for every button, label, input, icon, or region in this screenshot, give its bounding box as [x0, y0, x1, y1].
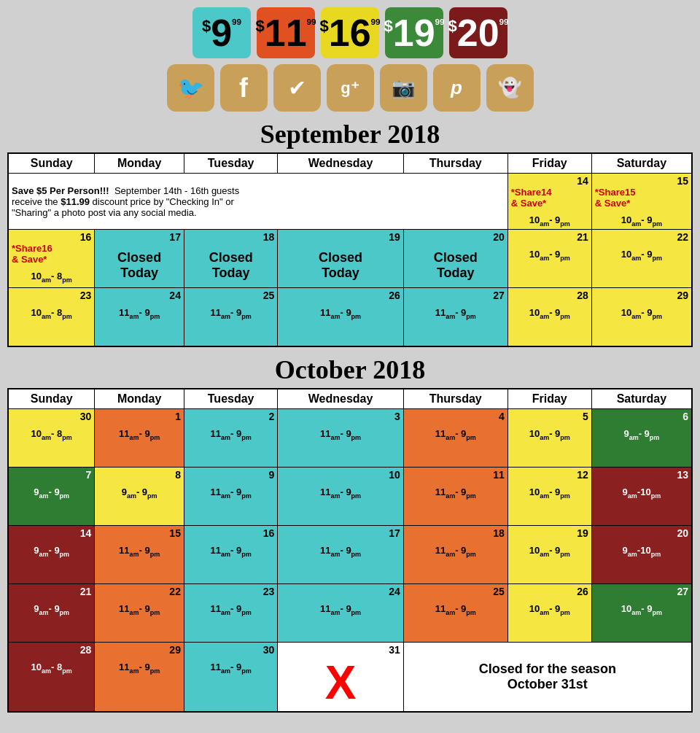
oct-col-thursday: Thursday: [403, 389, 508, 409]
table-row: 7 9am- 9pm 8 9am- 9pm 9 11am- 9pm 10 11a…: [8, 467, 692, 525]
googleplus-icon[interactable]: g⁺: [327, 64, 374, 112]
sep-27-cell: 27 11am- 9pm: [403, 288, 508, 346]
oct-7-cell: 7 9am- 9pm: [8, 467, 95, 525]
september-calendar: September 2018 Sunday Monday Tuesday Wed…: [7, 119, 693, 347]
oct-14-hours: 9am- 9pm: [12, 545, 91, 558]
oct-19-hours: 10am- 9pm: [511, 545, 588, 558]
oct-17-cell: 17 11am- 9pm: [278, 525, 403, 583]
promo-text: Save $5 Per Person!!! September 14th - 1…: [12, 185, 505, 218]
share-save-14: *Share14& Save*: [511, 187, 588, 209]
sep-17-closed: ClosedToday: [98, 250, 181, 281]
share-save-16: *Share16& Save*: [12, 243, 91, 265]
oct-27-cell: 27 10am- 9pm: [591, 583, 692, 642]
table-row: 16 *Share16& Save* 10am- 8pm 17 ClosedTo…: [8, 230, 692, 288]
price-badge-16: $ 16 99: [321, 7, 379, 58]
sep-16-hours: 10am- 8pm: [12, 271, 91, 284]
snapchat-icon[interactable]: 👻: [486, 64, 534, 112]
oct-31-cell: 31 X: [278, 642, 403, 712]
sep-24-cell: 24 11am- 9pm: [95, 288, 184, 346]
oct-16-hours: 11am- 9pm: [187, 545, 274, 558]
oct-8-hours: 9am- 9pm: [98, 486, 181, 500]
october-table: Sunday Monday Tuesday Wednesday Thursday…: [7, 388, 693, 713]
price-badge-9: $ 9 99: [192, 7, 251, 58]
checkin-icon[interactable]: ✔: [273, 64, 321, 112]
october-calendar: October 2018 Sunday Monday Tuesday Wedne…: [7, 354, 693, 713]
sep-18-closed: ClosedToday: [187, 250, 274, 281]
col-thursday: Thursday: [403, 153, 508, 174]
oct-28-hours: 10am- 8pm: [12, 662, 91, 675]
oct-5-cell: 5 10am- 9pm: [508, 408, 591, 467]
sep-19-cell: 19 ClosedToday: [278, 230, 403, 288]
oct-7-hours: 9am- 9pm: [12, 486, 91, 500]
sep-19-closed: ClosedToday: [281, 250, 400, 281]
oct-20-hours: 9am-10pm: [595, 545, 688, 558]
oct-23-hours: 11am- 9pm: [187, 603, 274, 616]
oct-16-cell: 16 11am- 9pm: [184, 525, 277, 583]
price-row: $ 9 99 $ 11 99 $ 16 99 $ 19 99 $ 20 99: [192, 7, 508, 58]
oct-25-hours: 11am- 9pm: [407, 603, 505, 616]
oct-30b-hours: 11am- 9pm: [187, 662, 274, 675]
promo-cell: Save $5 Per Person!!! September 14th - 1…: [8, 174, 508, 230]
sep-26-cell: 26 11am- 9pm: [278, 288, 403, 346]
sep-23-hours: 10am- 8pm: [12, 307, 91, 320]
table-row: Save $5 Per Person!!! September 14th - 1…: [8, 174, 692, 230]
oct-4-hours: 11am- 9pm: [407, 428, 505, 441]
oct-col-sunday: Sunday: [8, 389, 95, 409]
sep-15-hours: 10am- 9pm: [595, 214, 688, 228]
twitter-icon[interactable]: 🐦: [167, 64, 214, 112]
pinterest-icon[interactable]: p: [433, 64, 481, 112]
oct-29-cell: 29 11am- 9pm: [95, 642, 184, 712]
social-row: 🐦 f ✔ g⁺ 📷 p 👻: [167, 64, 534, 112]
sep-17-cell: 17 ClosedToday: [95, 230, 184, 288]
oct-15-cell: 15 11am- 9pm: [95, 525, 184, 583]
oct-27-hours: 10am- 9pm: [595, 603, 688, 616]
sep-23-cell: 23 10am- 8pm: [8, 288, 95, 346]
september-table: Sunday Monday Tuesday Wednesday Thursday…: [7, 152, 693, 347]
sep-15-cell: 15 *Share15& Save* 10am- 9pm: [591, 174, 692, 230]
sep-14-hours: 10am- 9pm: [511, 214, 588, 228]
sep-22-cell: 22 10am- 9pm: [591, 230, 692, 288]
oct-4-cell: 4 11am- 9pm: [403, 408, 508, 467]
oct-30-cell: 30 10am- 8pm: [8, 408, 95, 467]
oct-10-hours: 11am- 9pm: [281, 486, 400, 500]
oct-26-cell: 26 10am- 9pm: [508, 583, 591, 642]
sep-24-hours: 11am- 9pm: [98, 307, 181, 320]
oct-17-hours: 11am- 9pm: [281, 545, 400, 558]
oct-col-saturday: Saturday: [591, 389, 692, 409]
oct-1-cell: 1 11am- 9pm: [95, 408, 184, 467]
oct-24-cell: 24 11am- 9pm: [278, 583, 403, 642]
oct-22-cell: 22 11am- 9pm: [95, 583, 184, 642]
sep-21-cell: 21 10am- 9pm: [508, 230, 591, 288]
facebook-icon[interactable]: f: [220, 64, 268, 112]
col-sunday: Sunday: [8, 153, 95, 174]
instagram-icon[interactable]: 📷: [380, 64, 427, 112]
oct-30-cell: 30 11am- 9pm: [184, 642, 277, 712]
oct-10-cell: 10 11am- 9pm: [278, 467, 403, 525]
sep-18-cell: 18 ClosedToday: [184, 230, 277, 288]
oct-18-cell: 18 11am- 9pm: [403, 525, 508, 583]
sep-25-cell: 25 11am- 9pm: [184, 288, 277, 346]
table-row: 30 10am- 8pm 1 11am- 9pm 2 11am- 9pm 3 1…: [8, 408, 692, 467]
table-row: 14 9am- 9pm 15 11am- 9pm 16 11am- 9pm 17…: [8, 525, 692, 583]
closed-season-cell: Closed for the season October 31st: [403, 642, 692, 712]
oct-15-hours: 11am- 9pm: [98, 545, 181, 558]
col-monday: Monday: [95, 153, 184, 174]
sep-14-cell: 14 *Share14& Save* 10am- 9pm: [508, 174, 591, 230]
oct-31-x: X: [281, 656, 400, 710]
oct-8-cell: 8 9am- 9pm: [95, 467, 184, 525]
oct-19-cell: 19 10am- 9pm: [508, 525, 591, 583]
oct-13-hours: 9am-10pm: [595, 486, 688, 500]
sep-26-hours: 11am- 9pm: [281, 307, 400, 320]
oct-24-hours: 11am- 9pm: [281, 603, 400, 616]
oct-col-wednesday: Wednesday: [278, 389, 403, 409]
oct-1-hours: 11am- 9pm: [98, 428, 181, 441]
oct-18-hours: 11am- 9pm: [407, 545, 505, 558]
closed-season-text: Closed for the season October 31st: [407, 662, 688, 692]
sep-20-cell: 20 ClosedToday: [403, 230, 508, 288]
oct-6-cell: 6 9am- 9pm: [591, 408, 692, 467]
oct-25-cell: 25 11am- 9pm: [403, 583, 508, 642]
oct-6-hours: 9am- 9pm: [595, 428, 688, 441]
sep-20-closed: ClosedToday: [407, 250, 505, 281]
price-badge-19: $ 19 99: [385, 7, 443, 58]
col-tuesday: Tuesday: [184, 153, 277, 174]
